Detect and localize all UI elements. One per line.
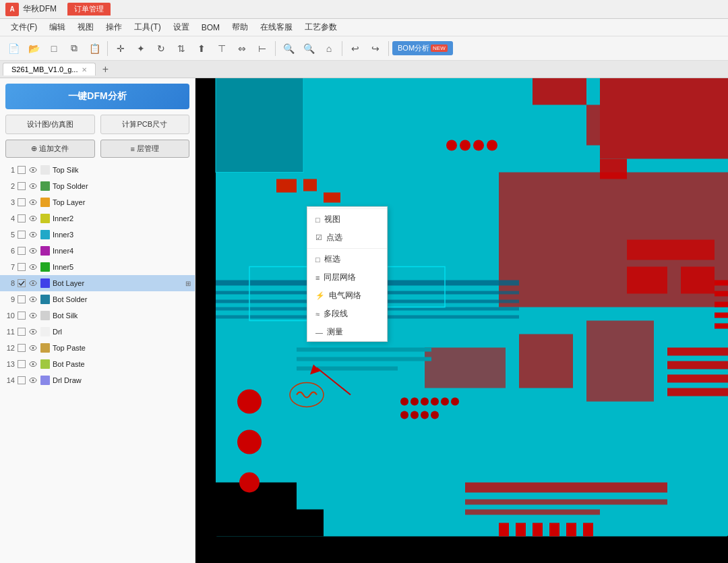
layer-checkbox[interactable] [18,312,26,320]
menu-item-[interactable]: 设置 [168,20,195,34]
layer-visibility-icon[interactable] [28,198,38,207]
align-btn[interactable]: ⊤ [212,39,231,58]
layer-item-inner4[interactable]: 6Inner4 [0,243,195,259]
context-menu-item-同层网络[interactable]: ≡同层网络 [307,268,387,287]
layer-checkbox[interactable] [18,166,26,174]
add-file-btn[interactable]: ⊕ 追加文件 [5,140,95,158]
layer-item-drl[interactable]: 11Drl [0,324,195,340]
layer-visibility-icon[interactable] [28,327,38,336]
measure-btn[interactable]: ⊢ [253,39,272,58]
layer-visibility-icon[interactable] [28,295,38,304]
pcb-canvas[interactable]: □视图☑点选□框选≡同层网络⚡电气网络≈多段线—测量 [195,78,728,563]
copy-btn[interactable]: ⧉ [65,39,84,58]
save-btn[interactable]: □ [44,39,63,58]
zoom-in-btn[interactable]: 🔍 [279,39,298,58]
connect-btn[interactable]: ⇔ [233,39,251,58]
svg-rect-49 [667,361,728,369]
menu-item-f[interactable]: 文件(F) [5,20,42,34]
layer-name-label: Bot Solder [53,295,191,303]
layer-visibility-icon[interactable] [28,165,38,175]
add-tab-btn[interactable]: + [98,63,112,76]
upload-btn[interactable]: ⬆ [192,39,211,58]
context-menu-item-框选[interactable]: □框选 [307,250,387,268]
paste-btn[interactable]: 📋 [85,39,104,58]
layer-item-top-silk[interactable]: 1Top Silk [0,162,195,178]
app-logo: A [5,3,19,16]
layer-visibility-icon[interactable] [28,262,38,272]
layer-item-bot-layer[interactable]: 8Bot Layer⊞ [0,275,195,291]
layer-expand-icon[interactable]: ⊞ [185,280,191,287]
layer-visibility-icon[interactable] [28,376,38,385]
svg-rect-56 [516,523,526,537]
layer-mgmt-btn[interactable]: ≡ 层管理 [100,140,190,158]
layer-checkbox[interactable] [18,360,26,368]
design-view-btn[interactable]: 设计图/仿真图 [5,115,95,134]
layer-item-bot-silk[interactable]: 10Bot Silk [0,307,195,324]
cursor-btn[interactable]: ✛ [111,39,130,58]
open-btn[interactable]: 📂 [24,39,43,58]
layer-item-inner2[interactable]: 4Inner2 [0,210,195,227]
fit-btn[interactable]: ⌂ [320,39,338,58]
order-tab[interactable]: 订单管理 [67,3,111,16]
layer-item-inner3[interactable]: 5Inner3 [0,227,195,243]
left-panel: 一键DFM分析 设计图/仿真图 计算PCB尺寸 ⊕ 追加文件 ≡ 层管理 1To… [0,78,195,563]
bom-analysis-btn[interactable]: BOM分析 NEW [392,41,453,55]
layer-checkbox[interactable] [18,295,26,303]
rotate-btn[interactable]: ↻ [152,39,171,58]
layer-checkbox[interactable] [18,182,26,190]
move-btn[interactable]: ✦ [131,39,150,58]
context-menu-item-点选[interactable]: ☑点选 [307,229,387,247]
layer-visibility-icon[interactable] [28,343,38,353]
layer-checkbox[interactable] [18,198,26,206]
menu-item-bom[interactable]: BOM [196,22,225,34]
layer-checkbox[interactable] [18,344,26,352]
ctx-separator [307,248,387,249]
flip-btn[interactable]: ⇅ [172,39,191,58]
menu-item-[interactable]: 视图 [72,20,99,34]
file-tab[interactable]: S261_MB_V1.0_g... ✕ [3,63,96,76]
menu-item-t[interactable]: 工具(T) [129,20,166,34]
layer-item-bot-solder[interactable]: 9Bot Solder [0,291,195,307]
layer-item-top-solder[interactable]: 2Top Solder [0,178,195,194]
svg-point-92 [400,398,408,406]
context-menu-item-电气网络[interactable]: ⚡电气网络 [307,287,387,305]
menu-item-[interactable]: 在线客服 [255,20,298,34]
context-menu-item-视图[interactable]: □视图 [307,210,387,229]
layer-visibility-icon[interactable] [28,214,38,223]
layer-checkbox[interactable] [18,263,26,271]
zoom-out-btn[interactable]: 🔍 [299,39,318,58]
layer-visibility-icon[interactable] [28,230,38,239]
layer-visibility-icon[interactable] [28,359,38,369]
dfm-analysis-btn[interactable]: 一键DFM分析 [5,84,189,109]
menu-item-[interactable]: 操作 [100,20,127,34]
new-btn[interactable]: 📄 [4,39,23,58]
redo-btn[interactable]: ↪ [366,39,385,58]
context-menu-item-测量[interactable]: —测量 [307,323,387,341]
layer-checkbox[interactable] [18,247,26,255]
layer-checkbox[interactable] [18,328,26,336]
menu-item-[interactable]: 工艺参数 [299,20,342,34]
layer-visibility-icon[interactable] [28,311,38,320]
context-menu[interactable]: □视图☑点选□框选≡同层网络⚡电气网络≈多段线—测量 [307,206,388,342]
layer-visibility-icon[interactable] [28,181,38,191]
layer-color-swatch [40,181,50,191]
layer-checkbox[interactable] [18,214,26,223]
layer-checkbox[interactable] [18,279,26,287]
layer-color-swatch [40,327,50,336]
menu-item-[interactable]: 编辑 [44,20,71,34]
undo-btn[interactable]: ↩ [346,39,365,58]
layer-checkbox[interactable] [18,231,26,239]
layer-item-bot-paste[interactable]: 13Bot Paste [0,356,195,372]
layer-item-inner5[interactable]: 7Inner5 [0,259,195,275]
menu-item-[interactable]: 帮助 [226,20,253,34]
layer-item-top-paste[interactable]: 12Top Paste [0,340,195,356]
close-tab-icon[interactable]: ✕ [82,66,87,73]
layer-visibility-icon[interactable] [28,246,38,256]
layer-item-top-layer[interactable]: 3Top Layer [0,194,195,210]
layer-visibility-icon[interactable] [28,278,38,288]
layer-item-drl-draw[interactable]: 14Drl Draw [0,372,195,388]
svg-rect-45 [276,179,297,193]
layer-checkbox[interactable] [18,376,26,384]
calc-pcb-btn[interactable]: 计算PCB尺寸 [100,115,190,134]
context-menu-item-多段线[interactable]: ≈多段线 [307,305,387,323]
